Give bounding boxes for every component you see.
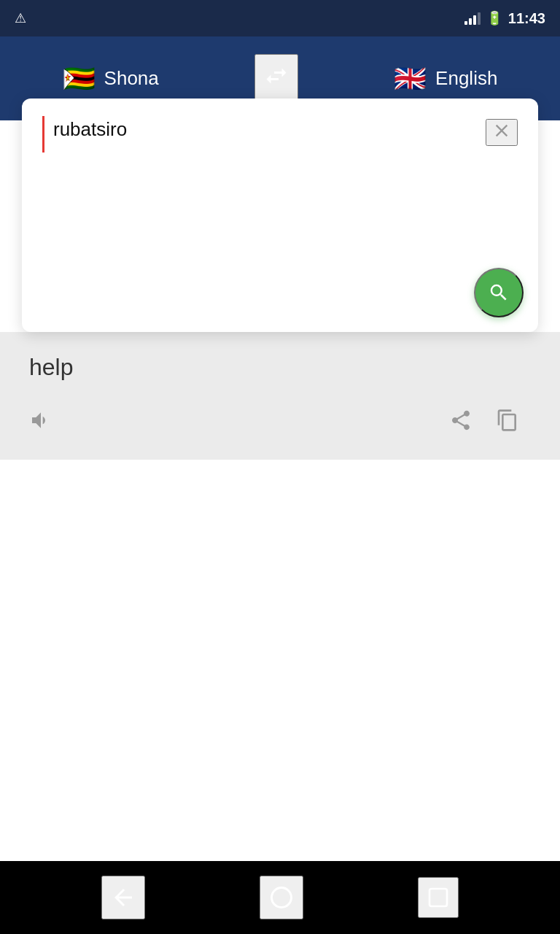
share-button[interactable]	[438, 403, 484, 438]
swap-languages-button[interactable]	[254, 54, 298, 103]
speak-button[interactable]	[29, 403, 64, 438]
clear-button[interactable]	[486, 119, 518, 146]
copy-button[interactable]	[484, 403, 531, 438]
status-bar: ⚠ 🔋 11:43	[0, 0, 560, 36]
source-flag: 🇿🇼	[63, 63, 96, 94]
warning-icon: ⚠	[15, 10, 26, 26]
home-button[interactable]	[260, 876, 303, 919]
input-row: rubatsiro	[42, 116, 518, 153]
input-card: rubatsiro	[22, 99, 538, 332]
svg-point-0	[271, 888, 291, 908]
result-actions	[29, 403, 531, 445]
recent-apps-button[interactable]	[418, 877, 459, 918]
back-button[interactable]	[101, 876, 145, 919]
search-button[interactable]	[474, 268, 524, 317]
main-content	[0, 460, 560, 861]
svg-rect-1	[429, 889, 447, 906]
target-language-selector[interactable]: 🇬🇧 English	[394, 63, 497, 94]
status-bar-left: ⚠	[15, 10, 26, 26]
bottom-nav	[0, 861, 560, 934]
result-text: help	[29, 354, 531, 381]
signal-icon	[464, 12, 481, 25]
target-language-label: English	[435, 67, 497, 90]
result-area: help	[0, 332, 560, 460]
clock: 11:43	[508, 10, 545, 27]
status-bar-right: 🔋 11:43	[464, 10, 545, 27]
target-flag: 🇬🇧	[394, 63, 427, 94]
source-language-selector[interactable]: 🇿🇼 Shona	[63, 63, 159, 94]
translation-input[interactable]: rubatsiro	[42, 116, 486, 153]
battery-icon: 🔋	[486, 10, 502, 26]
source-language-label: Shona	[104, 67, 159, 90]
